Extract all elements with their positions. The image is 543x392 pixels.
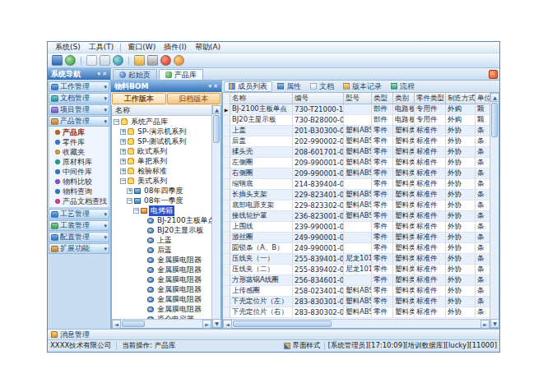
tree-item[interactable]: +欧式系列: [112, 146, 211, 156]
help-icon[interactable]: [174, 55, 184, 66]
table-row[interactable]: 底部电源支架229-823302-00X塑料ABS零件塑料类标准件外协条: [223, 201, 490, 211]
scroll-down-icon[interactable]: ▼: [490, 319, 499, 328]
tree-item[interactable]: +金属膜电阻器: [112, 284, 211, 294]
expand-toggle-icon[interactable]: +: [120, 139, 126, 145]
nav-group-工装管理[interactable]: 工装管理▾: [49, 220, 109, 231]
content-tab[interactable]: 成员列表: [224, 81, 272, 92]
tree-item[interactable]: −08年一季度: [112, 196, 211, 205]
table-row[interactable]: 接线轮护罩236-823001-00X塑料ABS零件塑料类标准件外协条: [223, 211, 490, 222]
table-row[interactable]: 上盖201-B30300-00X塑料ABS零件塑料类标准件外协条: [223, 126, 490, 136]
table-row[interactable]: 方形蒸锅A线圈256-834601-00X零件塑料类标准件外协条: [223, 275, 490, 286]
column-header[interactable]: 类型: [372, 93, 393, 104]
copy-icon[interactable]: [100, 55, 110, 66]
tree-item[interactable]: +金属膜电阻器: [112, 304, 211, 314]
expand-toggle-icon[interactable]: +: [120, 149, 126, 154]
tree-item[interactable]: +SP-测试机系列: [112, 136, 211, 146]
expand-toggle-icon[interactable]: −: [133, 208, 139, 214]
expand-toggle-icon[interactable]: −: [120, 178, 126, 184]
expand-toggle-icon[interactable]: +: [120, 159, 126, 164]
tree-item[interactable]: +检验标准: [112, 166, 211, 176]
tree-item[interactable]: +SP-演示机系列: [112, 127, 211, 136]
content-tab[interactable]: 流程: [387, 81, 419, 92]
expand-toggle-icon[interactable]: +: [120, 129, 126, 135]
column-header[interactable]: 型号: [344, 93, 372, 104]
tree-item[interactable]: −美式系列: [112, 176, 211, 186]
scroll-up-icon[interactable]: ▲: [212, 105, 221, 114]
message-panel-bar[interactable]: 消息管理: [48, 329, 499, 339]
tree-item[interactable]: +BJ20主显示板: [112, 225, 211, 235]
table-row[interactable]: 右侧圈209-990001-01X塑料ABS零件塑料类标准件外协条: [223, 168, 490, 179]
nav-pin-icon[interactable]: ▾: [98, 71, 101, 77]
stop-icon[interactable]: [160, 55, 171, 66]
table-row[interactable]: 游丝圈249-990001-00X零件塑料类标准件外协条: [223, 233, 490, 243]
scroll-up-icon[interactable]: ▲: [490, 93, 499, 102]
version-tab[interactable]: 归档版本: [167, 93, 221, 104]
nav-item[interactable]: 零件库: [49, 137, 109, 147]
menu-item[interactable]: 插件(I): [160, 42, 191, 53]
table-row[interactable]: 揉头壳208-601701-01X塑料ABS零件塑料类标准件外协条: [223, 147, 490, 158]
refresh-icon[interactable]: [113, 55, 123, 66]
tree-item[interactable]: +金属膜电阻器: [112, 274, 211, 284]
nav-item[interactable]: 产品文档查找: [49, 196, 109, 206]
settings-icon[interactable]: [147, 55, 158, 66]
tree-column-header[interactable]: 名称: [112, 105, 211, 116]
tree-item[interactable]: −电烤箱: [112, 205, 211, 215]
column-header[interactable]: 单位: [476, 93, 490, 104]
nav-group-项目管理[interactable]: 项目管理▾: [49, 104, 109, 115]
table-row[interactable]: 压线夹（一）255-839401-00X尼龙1010零件塑料类标准件外协条: [223, 254, 490, 265]
tree-item[interactable]: +上盖: [112, 235, 211, 245]
document-tab[interactable]: 起始页: [113, 69, 157, 80]
table-row[interactable]: 长插头支架229-823401-00X塑料ABS零件塑料类标准件外协条: [223, 190, 490, 201]
table-row[interactable]: 下壳定位片（右）283-830302-00X塑料ABS零件塑料类标准件外协条: [223, 307, 490, 318]
nav-group-配置管理[interactable]: 配置管理▾: [49, 232, 109, 242]
column-header[interactable]: 名称: [230, 93, 293, 104]
table-row[interactable]: 压线夹（二）255-839402-00X尼龙1010零件塑料类标准件外协条: [223, 265, 490, 275]
tree-item[interactable]: +单把系列: [112, 156, 211, 166]
scroll-thumb[interactable]: [491, 103, 498, 137]
tree-item[interactable]: +金属膜电阻器: [112, 255, 211, 265]
scroll-thumb[interactable]: [213, 115, 220, 143]
table-row[interactable]: 后盖202-990002-01X塑料ABS零件塑料类标准件外协条: [223, 136, 490, 147]
nav-group-工作管理[interactable]: 工作管理▾: [49, 81, 109, 92]
scroll-right-icon[interactable]: ►: [480, 320, 490, 329]
table-row[interactable]: BJ20主显示板730-B28000-04X部件电路板专用件外购颗: [223, 115, 490, 126]
scroll-left-icon[interactable]: ◄: [112, 320, 121, 329]
table-row[interactable]: 左侧圈209-990001-00X塑料ABS零件塑料类标准件外协条: [223, 158, 490, 168]
nav-group-产品管理[interactable]: 产品管理▾: [49, 116, 109, 127]
bom-close-icon[interactable]: ✕: [213, 83, 218, 90]
nav-group-文档管理[interactable]: 文档管理▾: [49, 93, 109, 104]
expand-toggle-icon[interactable]: −: [114, 119, 119, 125]
nav-group-工艺管理[interactable]: 工艺管理▾: [49, 209, 109, 219]
content-tab[interactable]: 版本记录: [339, 81, 386, 92]
tree-item[interactable]: +后盖: [112, 245, 211, 255]
tree-item[interactable]: +BJ-2100主板单点: [112, 215, 211, 225]
nav-item[interactable]: 原材料库: [49, 157, 109, 167]
menu-item[interactable]: 帮助(A): [191, 42, 225, 53]
folder-icon[interactable]: [134, 55, 145, 66]
expand-toggle-icon[interactable]: −: [127, 198, 132, 204]
content-tab[interactable]: 文档: [306, 81, 338, 92]
nav-item[interactable]: 收藏夹: [49, 147, 109, 157]
table-row[interactable]: 上传感圈258-023401-00X塑料ABS零件塑料类标准件外协条: [223, 286, 490, 297]
nav-item[interactable]: 产品库: [49, 127, 109, 137]
nav-group-扩展功能[interactable]: 扩展功能▾: [49, 243, 109, 254]
nav-close-icon[interactable]: ✕: [102, 71, 107, 77]
table-row[interactable]: ▶BJ-2100主板单点730-T21000-12X部件电路板专用件外购颗: [223, 104, 490, 115]
scroll-left-icon[interactable]: ◄: [223, 320, 232, 329]
nav-item[interactable]: 物料查询: [49, 187, 109, 196]
nav-item[interactable]: 中间件库: [49, 167, 109, 177]
tree-item[interactable]: +金属膜电阻器: [112, 294, 211, 304]
column-header[interactable]: 制造方式: [446, 93, 476, 104]
back-icon[interactable]: [65, 55, 76, 66]
document-tab[interactable]: 产品库: [159, 69, 203, 80]
ui-style-button[interactable]: 界面样式: [284, 341, 321, 351]
tree-item[interactable]: +08年四季度: [112, 186, 211, 196]
close-tab-icon[interactable]: [489, 70, 498, 79]
content-tab[interactable]: 属性: [273, 81, 305, 92]
scroll-thumb[interactable]: [233, 321, 332, 327]
home-icon[interactable]: [52, 55, 63, 66]
column-header[interactable]: 类别: [393, 93, 415, 104]
expand-toggle-icon[interactable]: +: [120, 168, 126, 174]
menu-item[interactable]: 工具(T): [85, 42, 118, 53]
menu-item[interactable]: 窗口(W): [123, 42, 160, 53]
